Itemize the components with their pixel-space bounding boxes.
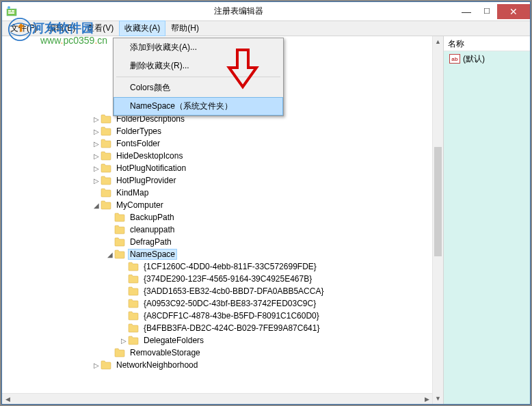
tree-label[interactable]: HotPlugProvider [114,175,178,186]
tree-label[interactable]: KindMap [114,187,150,198]
expander-icon[interactable]: ◢ [92,202,101,209]
minimize-button[interactable]: — [456,4,477,19]
tree-label[interactable]: {3ADD1653-EB32-4cb0-BBD7-DFA0ABB5ACCA} [142,286,325,297]
watermark-url: www.pc0359.cn [40,35,107,46]
close-button[interactable]: ✕ [497,4,530,19]
values-pane[interactable]: 名称 ab (默认) [444,36,530,404]
expander-icon[interactable]: ▷ [92,152,101,160]
vertical-scrollbar[interactable]: ▲ ▼ [432,36,443,404]
tree-row[interactable]: KindMap [2,187,443,199]
expander-icon[interactable]: ▷ [92,116,101,123]
tree-label[interactable]: DelegateFolders [142,335,206,346]
scroll-left-icon[interactable]: ◀ [2,394,13,404]
svg-rect-1 [8,10,11,12]
list-item[interactable]: ab (默认) [447,53,527,65]
horizontal-scrollbar[interactable]: ◀ ▶ [2,393,432,404]
tree-row[interactable]: BackupPath [2,211,443,224]
menu-help[interactable]: 帮助(H) [165,21,204,36]
svg-point-4 [8,6,10,9]
tree-row[interactable]: ▷FontsFolder [2,137,443,150]
expander-icon[interactable]: ▷ [92,362,101,369]
tree-row[interactable]: {B4FBB3FA-DB2C-424C-B029-7FE99A87C641} [2,322,443,334]
tree-row[interactable]: RemovableStorage [2,347,443,359]
tree-row[interactable]: ▷DelegateFolders [2,334,443,347]
tree-label[interactable]: RemovableStorage [128,347,202,358]
menu-favorites[interactable]: 收藏夹(A) [119,21,165,36]
string-value-icon: ab [449,54,460,64]
scroll-right-icon[interactable]: ▶ [421,394,432,404]
expander-icon[interactable]: ▷ [92,128,101,135]
window-title: 注册表编辑器 [21,5,456,17]
tree-label[interactable]: HotPlugNotification [114,163,188,174]
tree-label[interactable]: {B4FBB3FA-DB2C-424C-B029-7FE99A87C641} [142,323,321,334]
expander-icon[interactable]: ▷ [92,140,101,148]
tree-label[interactable]: cleanuppath [128,224,176,235]
registry-editor-window: 注册表编辑器 — ☐ ✕ 文件(F) 编辑(E) 查看(V) 收藏夹(A) 帮助… [1,1,531,405]
scroll-thumb[interactable] [434,147,442,256]
tree-row[interactable]: {1CF1260C-4DD0-4ebb-811F-33C572699FDE} [2,260,443,273]
tree-label[interactable]: {A8CDFF1C-4878-43be-B5FD-F8091C1C60D0} [142,310,321,321]
tree-row[interactable]: {374DE290-123F-4565-9164-39C4925E467B} [2,273,443,285]
tree-label[interactable]: {A0953C92-50DC-43bf-BE83-3742FED03C9C} [142,298,318,309]
scroll-up-icon[interactable]: ▲ [433,36,443,47]
app-icon [6,6,17,17]
svg-rect-2 [12,10,14,12]
tree-row[interactable]: cleanuppath [2,224,443,236]
expander-icon[interactable]: ▷ [92,177,101,185]
tree-label[interactable]: MyComputer [114,200,165,211]
tree-row[interactable]: ◢MyComputer [2,199,443,211]
column-header-name[interactable]: 名称 [444,36,530,51]
tree-label[interactable]: {374DE290-123F-4565-9164-39C4925E467B} [142,273,314,284]
tree-row[interactable]: ▷HotPlugNotification [2,162,443,174]
tree-label[interactable]: FontsFolder [114,138,162,149]
expander-icon[interactable]: ▷ [120,337,128,344]
maximize-button[interactable]: ☐ [477,4,497,19]
window-controls: — ☐ ✕ [456,4,530,19]
tree-row[interactable]: ◢NameSpace [2,248,443,260]
menu-favorite-namespace[interactable]: NameSpace（系统文件夹） [114,97,283,116]
tree-label[interactable]: DefragPath [128,236,174,247]
tree-label[interactable]: FolderTypes [114,126,163,137]
tree-label[interactable]: HideDesktopIcons [114,150,185,161]
expander-icon[interactable]: ◢ [106,251,114,258]
tree-row[interactable]: ▷HotPlugProvider [2,174,443,187]
value-name: (默认) [463,53,485,65]
tree-label[interactable]: NameSpace [128,249,177,260]
tree-row[interactable]: {A8CDFF1C-4878-43be-B5FD-F8091C1C60D0} [2,310,443,322]
annotation-arrow-icon [226,47,259,91]
tree-row[interactable]: DefragPath [2,236,443,248]
tree-row[interactable]: ▷FolderTypes [2,125,443,137]
tree-row[interactable]: {3ADD1653-EB32-4cb0-BBD7-DFA0ABB5ACCA} [2,285,443,297]
tree-row[interactable]: ▷NetworkNeighborhood [2,359,443,371]
tree-label[interactable]: NetworkNeighborhood [114,360,200,370]
tree-label[interactable]: {1CF1260C-4DD0-4ebb-811F-33C572699FDE} [142,261,319,272]
tree-row[interactable]: ▷HideDesktopIcons [2,150,443,162]
svg-rect-3 [8,12,14,14]
tree-label[interactable]: BackupPath [128,212,176,223]
scroll-down-icon[interactable]: ▼ [433,393,443,404]
tree-row[interactable]: {A0953C92-50DC-43bf-BE83-3742FED03C9C} [2,297,443,310]
expander-icon[interactable]: ▷ [92,165,101,172]
